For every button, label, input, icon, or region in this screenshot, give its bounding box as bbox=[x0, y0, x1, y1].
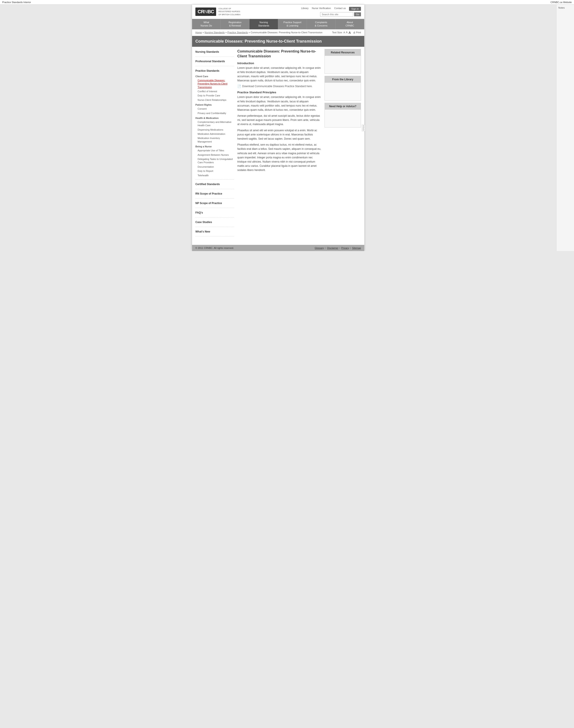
text-size-controls: Text Size: A A A bbox=[332, 31, 351, 34]
sidebar-patient-rights-title: Patient Rights bbox=[195, 103, 234, 106]
fold-label: FOLD bbox=[362, 125, 365, 131]
library-link[interactable]: Library bbox=[301, 7, 309, 11]
right-sidebar-wrapper: Related Resources From the Library Need … bbox=[325, 49, 361, 238]
sidebar-whats-new-section: What's New bbox=[195, 229, 234, 236]
library-body bbox=[325, 83, 361, 100]
nav-registration[interactable]: Registration& Renewal bbox=[221, 19, 249, 29]
sidebar-link-nurse-client-relationships[interactable]: Nurse-Client Relationships bbox=[195, 98, 234, 102]
sidebar-rn-scope[interactable]: RN Scope of Practice bbox=[195, 191, 234, 196]
sidebar-professional-standards[interactable]: Professional Standards bbox=[195, 58, 234, 64]
contact-link[interactable]: Contact us bbox=[334, 7, 346, 11]
footer-links: Glossary | Disclaimer | Privacy | Sitema… bbox=[315, 246, 361, 249]
related-resources-body bbox=[325, 56, 361, 74]
sidebar-case-studies-section: Case Studies bbox=[195, 219, 234, 227]
print-button[interactable]: 🖨 Print bbox=[353, 31, 361, 34]
header-right: Library Nurse Verification Contact us Si… bbox=[301, 7, 361, 16]
sidebar-link-consent[interactable]: Consent bbox=[195, 107, 234, 111]
footer-glossary[interactable]: Glossary bbox=[315, 246, 324, 249]
sidebar-nursing-standards-section: Nursing Standards bbox=[195, 49, 234, 57]
search-button[interactable]: Go bbox=[354, 12, 361, 16]
sidebar-link-complementary[interactable]: Complementary and Alternative Health Car… bbox=[195, 120, 234, 128]
left-sidebar: Nursing Standards Professional Standards… bbox=[195, 49, 234, 238]
college-text: COLLEGE OF REGISTERED NURSES OF BRITISH … bbox=[218, 7, 240, 16]
sidebar-health-medication-title: Health & Medication bbox=[195, 117, 234, 119]
download-link[interactable]: 📄 Download Communicable Diseases Practic… bbox=[237, 85, 321, 88]
sidebar-being-a-nurse: Being a Nurse Appropriate Use of Titles … bbox=[195, 145, 234, 178]
library-box: From the Library bbox=[325, 76, 361, 101]
sidebar-link-medication-inventory[interactable]: Medication Inventory Management bbox=[195, 136, 234, 144]
copyright: © 2011 CRNBC. All rights reserved. bbox=[195, 246, 234, 249]
sidebar-nursing-standards[interactable]: Nursing Standards bbox=[195, 49, 234, 55]
sidebar-health-medication: Health & Medication Complementary and Al… bbox=[195, 117, 234, 144]
breadcrumb: Home » Nursing Standards » Practice Stan… bbox=[195, 31, 322, 34]
related-resources-box: Related Resources bbox=[325, 49, 361, 74]
sidebar-link-privacy[interactable]: Privacy and Confidentiality bbox=[195, 111, 234, 116]
related-resources-title: Related Resources bbox=[325, 49, 361, 56]
site-header: CRNBC COLLEGE OF REGISTERED NURSES OF BR… bbox=[192, 5, 364, 19]
sidebar-link-medication-admin[interactable]: Medication Administration bbox=[195, 132, 234, 136]
sidebar-link-duty-to-report[interactable]: Duty to Report bbox=[195, 169, 234, 173]
article-principles-text: Lorem ipsum dolor sit amet, consectetur … bbox=[237, 95, 321, 112]
help-body bbox=[325, 110, 361, 127]
footer-sitemap[interactable]: Sitemap bbox=[352, 246, 361, 249]
site-footer: © 2011 CRNBC. All rights reserved. Gloss… bbox=[192, 245, 364, 251]
library-title: From the Library bbox=[325, 76, 361, 83]
page-title: Communicable Diseases: Preventing Nurse-… bbox=[195, 39, 361, 44]
text-size-small[interactable]: A bbox=[343, 31, 345, 34]
sidebar-certified-standards[interactable]: Certified Standards bbox=[195, 181, 234, 187]
article-intro-heading: Introduction bbox=[237, 61, 321, 65]
breadcrumb-nursing-standards[interactable]: Nursing Standards bbox=[205, 31, 225, 34]
notes-label: Notes bbox=[558, 6, 565, 9]
sign-in-button[interactable]: Sign in bbox=[349, 7, 361, 11]
nurse-verification-link[interactable]: Nurse Verification bbox=[312, 7, 331, 11]
sidebar-link-documentation[interactable]: Documentation bbox=[195, 165, 234, 169]
sidebar-link-conflict-of-interest[interactable]: Conflict of Interest bbox=[195, 89, 234, 94]
sidebar-np-scope-section: NP Scope of Practice bbox=[195, 200, 234, 208]
help-box: Need Help or Advice? bbox=[325, 103, 361, 128]
main-content: Communicable Diseases: Preventing Nurse-… bbox=[237, 49, 321, 238]
sidebar-professional-standards-section: Professional Standards bbox=[195, 58, 234, 66]
nav-practice-support[interactable]: Practice Support& Learning bbox=[278, 19, 307, 29]
sidebar-link-duty-to-provide-care[interactable]: Duty to Provide Care bbox=[195, 94, 234, 98]
search-input[interactable] bbox=[320, 12, 353, 16]
sidebar-case-studies[interactable]: Case Studies bbox=[195, 219, 234, 225]
sidebar-link-communicable-diseases[interactable]: Communicable Diseases: Preventing Nurses… bbox=[195, 78, 234, 89]
sidebar-rn-scope-section: RN Scope of Practice bbox=[195, 191, 234, 198]
sidebar-client-care: Client Care Communicable Diseases: Preve… bbox=[195, 75, 234, 102]
page-section-label: Practice Standards Interior bbox=[2, 1, 31, 4]
sidebar-practice-standards-section: Practice Standards Client Care Communica… bbox=[195, 68, 234, 180]
article-para3: Phasellus sit amet elit vel enim posuere… bbox=[237, 128, 321, 141]
page-title-bar: Communicable Diseases: Preventing Nurse-… bbox=[192, 36, 364, 47]
download-icon: 📄 bbox=[237, 85, 241, 88]
logo-area: CRNBC COLLEGE OF REGISTERED NURSES OF BR… bbox=[195, 7, 240, 16]
sidebar-certified-standards-section: Certified Standards bbox=[195, 181, 234, 189]
nav-nursing-standards[interactable]: NursingStandards bbox=[249, 19, 278, 29]
sidebar-client-care-title: Client Care bbox=[195, 75, 234, 78]
article-principles-heading: Practice Standard Principles bbox=[237, 91, 321, 94]
nav-what-nurses-do[interactable]: WhatNurses Do bbox=[192, 19, 221, 29]
footer-disclaimer[interactable]: Disclaimer bbox=[327, 246, 338, 249]
sidebar-link-telehealth[interactable]: Telehealth bbox=[195, 173, 234, 178]
sidebar-faqs[interactable]: FAQ's bbox=[195, 210, 234, 216]
sidebar-link-assignment[interactable]: Assignment Between Nurses bbox=[195, 153, 234, 157]
footer-privacy[interactable]: Privacy bbox=[341, 246, 349, 249]
breadcrumb-home[interactable]: Home bbox=[195, 31, 202, 34]
sidebar-link-delegating[interactable]: Delegating Tasks to Unregulated Care Pro… bbox=[195, 157, 234, 165]
sidebar-link-dispensing[interactable]: Dispensing Medications bbox=[195, 128, 234, 132]
breadcrumb-practice-standards[interactable]: Practice Standards bbox=[228, 31, 248, 34]
nav-complaints[interactable]: Complaints& Concerns bbox=[307, 19, 336, 29]
text-size-medium[interactable]: A bbox=[346, 31, 348, 34]
search-bar: Go bbox=[320, 12, 361, 16]
article-intro-text: Lorem ipsum dolor sit amet, consectetur … bbox=[237, 66, 321, 83]
sidebar-link-titles[interactable]: Appropriate Use of Titles bbox=[195, 148, 234, 153]
logo: CRNBC bbox=[195, 7, 216, 16]
nav-about[interactable]: AboutCRNBC bbox=[336, 19, 364, 29]
sidebar-whats-new[interactable]: What's New bbox=[195, 229, 234, 234]
sidebar-being-a-nurse-title: Being a Nurse bbox=[195, 145, 234, 148]
text-size-large[interactable]: A bbox=[348, 31, 351, 34]
sidebar-np-scope[interactable]: NP Scope of Practice bbox=[195, 200, 234, 206]
sidebar-faqs-section: FAQ's bbox=[195, 210, 234, 218]
notes-panel: Notes bbox=[556, 5, 574, 251]
help-title: Need Help or Advice? bbox=[325, 103, 361, 110]
sidebar-patient-rights: Patient Rights Consent Privacy and Confi… bbox=[195, 103, 234, 116]
